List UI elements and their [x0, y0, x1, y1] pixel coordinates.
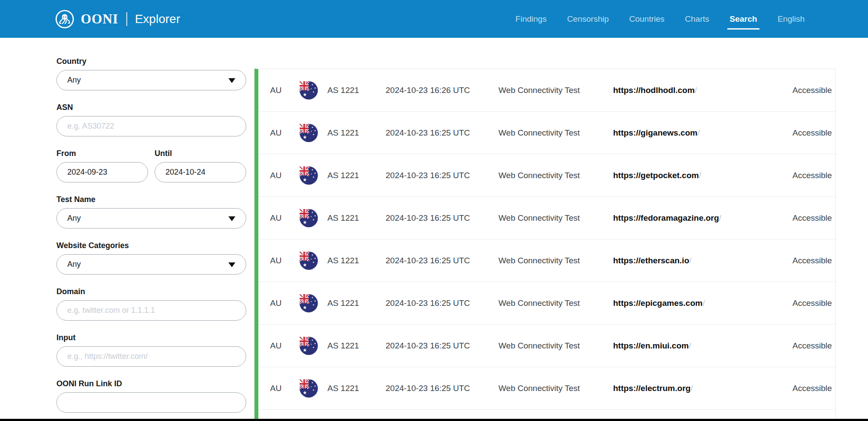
country-code: AU: [270, 128, 300, 138]
flag-cell: [300, 209, 327, 227]
measurement-row[interactable]: AU: [258, 282, 835, 325]
top-navigation-bar: OONI Explorer Findings Censorship Countr…: [0, 0, 868, 38]
measurement-row[interactable]: AU: [258, 367, 835, 410]
input-label: Input: [56, 333, 246, 342]
nav-charts[interactable]: Charts: [685, 14, 709, 24]
country-label: Country: [56, 56, 246, 66]
status-accessible: Accessible: [792, 298, 835, 308]
test-name-filter-group: Test Name Any: [56, 195, 246, 229]
status-accessible: Accessible: [792, 171, 835, 180]
date-range-row: From Until: [56, 149, 246, 195]
test-name: Web Connectivity Test: [498, 128, 613, 138]
asn-input[interactable]: [67, 122, 235, 131]
measurement-url: https://hodlhodl.com/: [613, 86, 792, 95]
asn-value: AS 1221: [327, 341, 386, 351]
measurement-url: https://getpocket.com/: [613, 171, 792, 180]
test-name-label: Test Name: [56, 195, 246, 204]
ooni-octopus-icon: [55, 9, 75, 29]
flag-cell: [300, 252, 327, 270]
brand-product-name: Explorer: [135, 12, 180, 26]
asn-value: AS 1221: [327, 256, 386, 265]
country-select[interactable]: Any: [56, 70, 246, 90]
measurement-row[interactable]: AU: [258, 69, 835, 112]
measurement-timestamp: 2024-10-23 16:25 UTC: [386, 128, 498, 138]
test-name: Web Connectivity Test: [498, 298, 613, 308]
ooni-run-link-id-label: OONI Run Link ID: [56, 379, 246, 388]
measurement-url: https://giganews.com/: [613, 128, 792, 138]
status-accessible: Accessible: [792, 341, 835, 351]
brand-name: OONI: [81, 11, 119, 27]
nav-censorship[interactable]: Censorship: [567, 14, 609, 24]
flag-cell: [300, 337, 327, 355]
flag-cell: [300, 379, 327, 398]
measurement-url: https://etherscan.io/: [613, 256, 792, 265]
measurement-list: AU: [254, 69, 836, 419]
from-date-input[interactable]: [67, 168, 137, 177]
country-code: AU: [270, 213, 300, 223]
country-code: AU: [270, 298, 300, 308]
australia-flag-icon: [300, 124, 318, 142]
nav-search[interactable]: Search: [729, 14, 757, 24]
asn-field-wrap: [56, 116, 246, 136]
nav-findings[interactable]: Findings: [515, 14, 547, 24]
measurement-timestamp: 2024-10-23 16:25 UTC: [386, 171, 498, 180]
until-date-input[interactable]: [165, 168, 235, 177]
measurement-row[interactable]: AU: [258, 325, 835, 367]
country-code: AU: [270, 384, 300, 393]
ooni-run-link-id-filter-group: OONI Run Link ID: [56, 379, 246, 413]
url-trailing-slash: /: [689, 341, 691, 350]
australia-flag-icon: [300, 294, 318, 312]
nav-countries[interactable]: Countries: [629, 14, 664, 24]
flag-cell: [300, 124, 327, 142]
measurement-url: https://en.miui.com/: [613, 341, 792, 351]
australia-flag-icon: [300, 337, 318, 355]
until-field-wrap: [155, 162, 246, 182]
from-field-wrap: [56, 162, 148, 182]
input-url-input[interactable]: [67, 352, 235, 361]
domain-label: Domain: [56, 287, 246, 296]
country-select-value: Any: [67, 76, 81, 85]
country-code: AU: [270, 341, 300, 351]
measurement-row[interactable]: AU: [258, 197, 835, 239]
australia-flag-icon: [300, 81, 318, 99]
flag-cell: [300, 294, 327, 312]
language-selector[interactable]: English: [778, 14, 805, 24]
asn-value: AS 1221: [327, 86, 386, 95]
australia-flag-icon: [300, 379, 318, 398]
brand-separator: [126, 12, 127, 26]
main-nav: Findings Censorship Countries Charts Sea…: [515, 14, 805, 24]
test-name: Web Connectivity Test: [498, 171, 613, 180]
website-categories-select[interactable]: Any: [56, 254, 246, 275]
measurement-url: https://epicgames.com/: [613, 298, 792, 308]
country-code: AU: [270, 86, 300, 95]
status-accessible: Accessible: [792, 128, 835, 138]
measurement-row[interactable]: AU: [258, 112, 835, 154]
measurement-row[interactable]: AU: [258, 239, 835, 282]
input-field-wrap: [56, 346, 246, 367]
from-filter-group: From: [56, 149, 148, 182]
url-trailing-slash: /: [697, 128, 700, 137]
measurement-timestamp: 2024-10-23 16:25 UTC: [386, 298, 498, 308]
measurement-row[interactable]: AU: [258, 154, 835, 197]
australia-flag-icon: [300, 252, 318, 270]
website-categories-filter-group: Website Categories Any: [56, 241, 246, 275]
url-trailing-slash: /: [695, 86, 697, 95]
measurement-timestamp: 2024-10-23 16:25 UTC: [386, 256, 498, 265]
flag-cell: [300, 81, 327, 99]
url-trailing-slash: /: [703, 298, 705, 308]
asn-value: AS 1221: [327, 298, 386, 308]
measurement-timestamp: 2024-10-23 16:25 UTC: [386, 384, 498, 393]
status-accessible: Accessible: [792, 256, 835, 265]
australia-flag-icon: [300, 209, 318, 227]
status-accessible: Accessible: [792, 384, 835, 393]
ooni-run-link-id-field-wrap: [56, 392, 246, 413]
url-trailing-slash: /: [690, 384, 693, 393]
ooni-run-link-id-input[interactable]: [67, 398, 235, 407]
until-filter-group: Until: [155, 149, 246, 182]
domain-input[interactable]: [67, 306, 235, 315]
test-name-select-value: Any: [67, 214, 81, 223]
ooni-explorer-logo[interactable]: OONI Explorer: [55, 9, 180, 29]
measurement-timestamp: 2024-10-23 16:25 UTC: [386, 341, 498, 351]
test-name-select[interactable]: Any: [56, 208, 246, 229]
website-categories-select-value: Any: [67, 260, 81, 269]
